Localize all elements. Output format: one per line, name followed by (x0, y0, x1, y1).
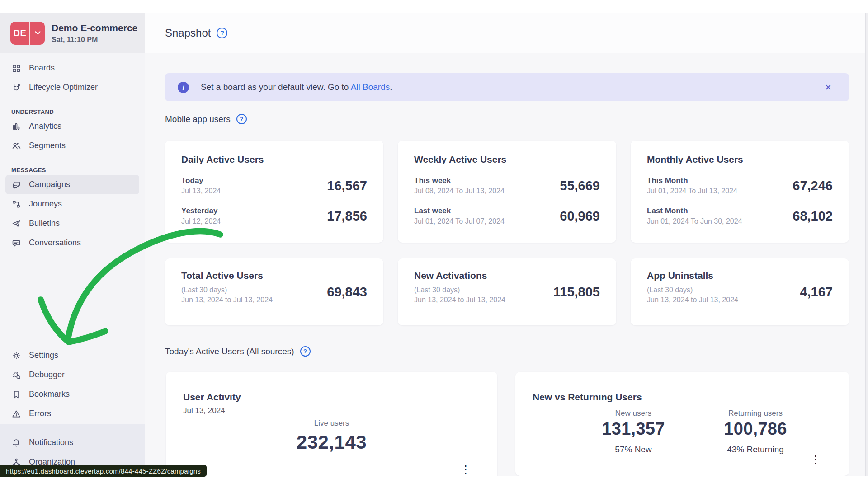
default-board-banner: i Set a board as your default view. Go t… (165, 73, 849, 101)
section-label-text: Today's Active Users (All sources) (165, 347, 294, 357)
boards-icon (11, 63, 21, 73)
sidebar-nav: Boards Lifecycle Optimizer UNDERSTAND An… (0, 58, 145, 253)
account-header: DE Demo E-commerce Sat, 11:10 PM (0, 13, 145, 53)
account-badge: DE (10, 22, 29, 45)
active-users-cards: Daily Active Users Today Jul 13, 2024 16… (165, 141, 849, 243)
card-title: Daily Active Users (181, 154, 367, 165)
new-vs-returning-card: New vs Returning Users New users 131,357… (515, 372, 849, 476)
gear-icon (11, 351, 21, 361)
clevertap-dashboard: DE Demo E-commerce Sat, 11:10 PM Boards (0, 0, 868, 488)
sidebar-item-label: Debugger (29, 370, 65, 380)
sidebar-item-label: Boards (29, 63, 55, 73)
vertical-scrollbar[interactable] (865, 13, 868, 476)
stat-row: Today Jul 13, 2024 16,567 (181, 176, 367, 195)
thirty-day-cards: Total Active Users (Last 30 days) Jun 13… (165, 258, 849, 325)
stat-value: 55,669 (560, 178, 600, 193)
stat-row: This week Jul 08, 2024 To Jul 13, 2024 5… (414, 176, 600, 195)
metric-value: 100,786 (694, 419, 816, 439)
sidebar-item-errors[interactable]: Errors (0, 404, 145, 423)
stat-period: Jul 08, 2024 To Jul 13, 2024 (414, 187, 505, 195)
stat-value: 17,856 (327, 209, 367, 224)
stat-period: Jul 01, 2024 To Jul 07, 2024 (414, 217, 505, 225)
kebab-menu-icon[interactable]: ⋮ (460, 465, 471, 474)
stat-value: 16,567 (327, 178, 367, 193)
help-icon[interactable]: ? (217, 28, 227, 38)
stat-row: Yesterday Jul 12, 2024 17,856 (181, 206, 367, 225)
chat-bubbles-icon (11, 180, 21, 190)
sidebar-item-notifications[interactable]: Notifications (0, 433, 145, 452)
magnet-icon (11, 83, 21, 93)
metric-share: 57% New (572, 445, 694, 455)
help-icon[interactable]: ? (236, 114, 247, 124)
account-switcher[interactable]: DE (10, 22, 45, 45)
sidebar-item-label: Analytics (29, 122, 61, 131)
new-users-column: New users 131,357 57% New (572, 409, 694, 455)
info-icon: i (178, 82, 189, 93)
metric-share: 43% Returning (694, 445, 816, 455)
stat-label: Yesterday (181, 206, 221, 216)
kebab-menu-icon[interactable]: ⋮ (810, 455, 821, 464)
card-title: New Activations (414, 270, 600, 281)
metric-value: 232,143 (166, 432, 497, 453)
section-label-text: Mobile app users (165, 114, 231, 124)
banner-text-after: . (390, 82, 392, 92)
card-title: User Activity (183, 392, 480, 403)
sidebar-item-conversations[interactable]: Conversations (0, 233, 145, 253)
close-icon[interactable]: ✕ (825, 83, 832, 92)
sidebar-item-label: Bulletins (29, 219, 60, 228)
stat-row: This Month Jul 01, 2024 To Jul 13, 2024 … (647, 176, 833, 195)
page-header: Snapshot ? (145, 13, 868, 53)
sidebar-item-bookmarks[interactable]: Bookmarks (0, 385, 145, 404)
sidebar-item-analytics[interactable]: Analytics (0, 117, 145, 136)
total-active-users-card: Total Active Users (Last 30 days) Jun 13… (165, 258, 383, 325)
bar-chart-icon (11, 122, 21, 131)
sidebar-item-journeys[interactable]: Journeys (0, 194, 145, 214)
sidebar-item-label: Settings (29, 351, 58, 360)
sidebar-utilities: Settings Debugger Bookmarks Errors (0, 340, 145, 423)
weekly-active-users-card: Weekly Active Users This week Jul 08, 20… (398, 141, 616, 243)
account-local-time: Sat, 11:10 PM (52, 36, 137, 44)
stat-label: Today (181, 176, 221, 185)
sidebar-item-boards[interactable]: Boards (0, 58, 145, 78)
new-vs-returning-columns: New users 131,357 57% New Returning user… (572, 409, 816, 455)
all-boards-link[interactable]: All Boards (351, 82, 390, 92)
stat-value: 60,969 (560, 209, 600, 224)
stat-period: Jul 12, 2024 (181, 217, 221, 225)
card-title: Monthly Active Users (647, 154, 833, 165)
account-meta: Demo E-commerce Sat, 11:10 PM (52, 23, 137, 44)
paper-plane-icon (11, 219, 21, 229)
stat-label: Last week (414, 206, 505, 216)
help-icon[interactable]: ? (300, 346, 311, 357)
sidebar-item-bulletins[interactable]: Bulletins (0, 214, 145, 233)
metric-label: New users (572, 409, 694, 418)
stat-period: Jul 13, 2024 (181, 187, 221, 195)
stat-label: This week (414, 176, 505, 185)
sidebar-item-debugger[interactable]: Debugger (0, 365, 145, 385)
stat-row: Last Month Jun 01, 2024 To Jun 30, 2024 … (647, 206, 833, 225)
sidebar: DE Demo E-commerce Sat, 11:10 PM Boards (0, 13, 145, 476)
users-icon (11, 141, 21, 151)
sidebar-item-segments[interactable]: Segments (0, 136, 145, 155)
metric-label: Live users (166, 419, 497, 428)
card-date: Jul 13, 2024 (183, 406, 480, 415)
banner-text-before: Set a board as your default view. Go to (201, 82, 351, 92)
bug-search-icon (11, 370, 21, 380)
sidebar-item-lifecycle-optimizer[interactable]: Lifecycle Optimizer (0, 78, 145, 97)
flow-icon (11, 199, 21, 209)
sidebar-section-messages: MESSAGES (0, 165, 145, 175)
todays-active-users-label: Today's Active Users (All sources) ? (165, 346, 311, 357)
stat-value: 67,246 (793, 178, 833, 193)
sidebar-item-settings[interactable]: Settings (0, 346, 145, 365)
sidebar-item-campaigns[interactable]: Campaigns (5, 175, 139, 194)
sidebar-item-label: Conversations (29, 238, 81, 248)
mobile-app-users-label: Mobile app users ? (165, 114, 247, 124)
page-title: Snapshot (165, 27, 211, 39)
banner-text: Set a board as your default view. Go to … (201, 82, 392, 92)
stat-value: 69,843 (327, 285, 367, 300)
content-area: i Set a board as your default view. Go t… (145, 53, 868, 476)
sidebar-item-label: Segments (29, 141, 66, 150)
chevron-down-icon[interactable] (30, 22, 45, 45)
stat-value: 4,167 (800, 285, 833, 300)
metric-value: 131,357 (572, 419, 694, 439)
stat-value: 68,102 (793, 209, 833, 224)
